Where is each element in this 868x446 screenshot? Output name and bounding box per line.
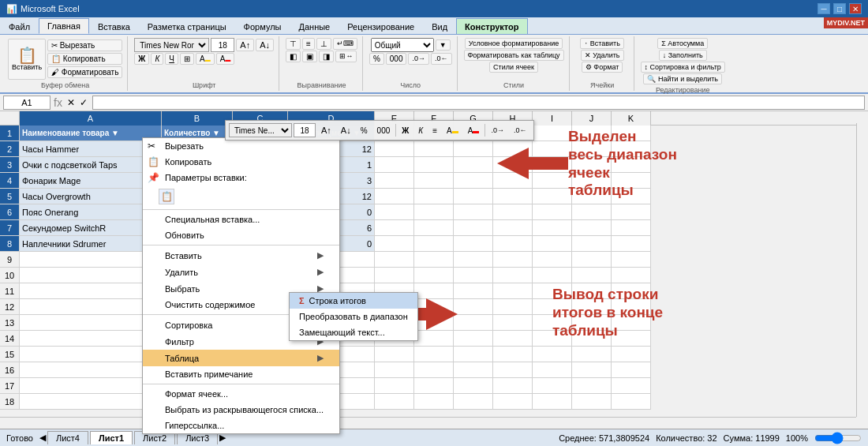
align-top-button[interactable]: ⊤ bbox=[286, 38, 301, 50]
tab-review[interactable]: Рецензирование bbox=[339, 18, 423, 34]
cell-g6[interactable] bbox=[454, 204, 493, 220]
cell-a5[interactable]: Часы Overgrowth bbox=[20, 189, 162, 204]
tab-list4[interactable]: Лист4 bbox=[47, 431, 88, 444]
cell-a3[interactable]: Очки с подсветкой Taps bbox=[20, 157, 162, 173]
sub-ctx-total-row[interactable]: Σ Строка итогов bbox=[290, 293, 417, 309]
cut-button[interactable]: ✂ Вырезать bbox=[47, 39, 122, 51]
percent-btn[interactable]: % bbox=[369, 53, 384, 65]
mini-thousand-btn[interactable]: 000 bbox=[373, 125, 395, 137]
cell-h4[interactable] bbox=[493, 173, 533, 189]
cell-k5[interactable] bbox=[612, 189, 651, 204]
dec-less-btn[interactable]: .0← bbox=[431, 53, 452, 65]
col-header-b[interactable]: B bbox=[162, 111, 233, 126]
col-header-j[interactable]: J bbox=[572, 111, 612, 126]
cell-i1[interactable] bbox=[533, 126, 572, 141]
tab-data[interactable]: Данные bbox=[290, 18, 339, 34]
cell-styles-btn[interactable]: Стили ячеек bbox=[489, 62, 538, 73]
cell-f6[interactable] bbox=[414, 204, 454, 220]
cell-f9[interactable] bbox=[414, 252, 454, 268]
cell-e5[interactable] bbox=[375, 189, 414, 204]
insert-cells-btn[interactable]: ⬝ Вставить bbox=[580, 38, 624, 49]
tab-view[interactable]: Вид bbox=[423, 18, 456, 34]
ctx-insert[interactable]: Вставить ▶ bbox=[143, 247, 339, 264]
tab-constructor[interactable]: Конструктор bbox=[456, 18, 527, 34]
cell-h6[interactable] bbox=[493, 204, 533, 220]
underline-button[interactable]: Ч bbox=[165, 53, 178, 65]
cell-i9[interactable] bbox=[533, 252, 572, 268]
cell-j5[interactable] bbox=[572, 189, 612, 204]
cell-h8[interactable] bbox=[493, 236, 533, 252]
format-cells-btn[interactable]: ⚙ Формат bbox=[582, 62, 623, 73]
align-center-button[interactable]: ▣ bbox=[302, 51, 317, 62]
cell-e9[interactable] bbox=[375, 252, 414, 268]
col-header-k[interactable]: K bbox=[612, 111, 651, 126]
ctx-insert-note[interactable]: Вставить примечание bbox=[143, 366, 339, 382]
cell-j7[interactable] bbox=[572, 220, 612, 236]
col-header-a[interactable]: A bbox=[20, 111, 162, 126]
cell-j9[interactable] bbox=[572, 252, 612, 268]
cell-g7[interactable] bbox=[454, 220, 493, 236]
cancel-formula-icon[interactable]: ✕ bbox=[65, 97, 77, 108]
number-format-btn[interactable]: ▼ bbox=[436, 39, 451, 51]
number-format-select[interactable]: Общий bbox=[371, 38, 434, 52]
mini-color-btn[interactable]: A bbox=[464, 125, 484, 137]
mini-align-btn[interactable]: ≡ bbox=[428, 125, 441, 137]
sub-ctx-alt-text[interactable]: Замещающий текст... bbox=[290, 324, 417, 340]
cell-k2[interactable] bbox=[612, 141, 651, 157]
cell-i6[interactable] bbox=[533, 204, 572, 220]
cell-g8[interactable] bbox=[454, 236, 493, 252]
ctx-pick-list[interactable]: Выбрать из раскрывающегося списка... bbox=[143, 402, 339, 418]
copy-button[interactable]: 📋 Копировать bbox=[47, 53, 122, 65]
cell-e7[interactable] bbox=[375, 220, 414, 236]
cell-i2[interactable] bbox=[533, 141, 572, 157]
ctx-delete[interactable]: Удалить ▶ bbox=[143, 264, 339, 280]
cell-g9[interactable] bbox=[454, 252, 493, 268]
bold-button[interactable]: Ж bbox=[134, 53, 149, 65]
cell-g4[interactable] bbox=[454, 173, 493, 189]
dec-more-btn[interactable]: .0→ bbox=[408, 53, 429, 65]
format-painter-button[interactable]: 🖌 Форматировать bbox=[47, 66, 122, 78]
mini-bold-btn[interactable]: Ж bbox=[398, 125, 413, 137]
mini-italic-btn[interactable]: К bbox=[414, 125, 427, 137]
cell-j6[interactable] bbox=[572, 204, 612, 220]
cell-h2[interactable] bbox=[493, 141, 533, 157]
cell-e4[interactable] bbox=[375, 173, 414, 189]
paste-option-1[interactable]: 📋 bbox=[159, 189, 174, 204]
ctx-copy[interactable]: 📋 Копировать bbox=[143, 154, 339, 170]
cell-h7[interactable] bbox=[493, 220, 533, 236]
fill-btn[interactable]: ↓ Заполнить bbox=[659, 50, 707, 61]
cell-k6[interactable] bbox=[612, 204, 651, 220]
v-scrollbar[interactable] bbox=[856, 123, 868, 417]
cell-a6[interactable]: Пояс Onerang bbox=[20, 204, 162, 220]
font-shrink-button[interactable]: A↓ bbox=[256, 39, 274, 51]
mini-percent-btn[interactable]: % bbox=[357, 125, 372, 137]
ctx-paste-params[interactable]: 📌 Параметры вставки: bbox=[143, 170, 339, 186]
mini-shrink-btn[interactable]: A↓ bbox=[337, 124, 355, 137]
mini-font-select[interactable]: Times Ne... bbox=[229, 123, 292, 137]
cell-h5[interactable] bbox=[493, 189, 533, 204]
ctx-special-paste[interactable]: Специальная вставка... bbox=[143, 212, 339, 227]
cell-j3[interactable] bbox=[572, 157, 612, 173]
find-select-btn[interactable]: 🔍 Найти и выделить bbox=[643, 73, 722, 84]
mini-dec-less-btn[interactable]: .0← bbox=[510, 125, 531, 136]
cell-f2[interactable] bbox=[414, 141, 454, 157]
cell-i3[interactable] bbox=[533, 157, 572, 173]
cell-a2[interactable]: Часы Hammer bbox=[20, 141, 162, 157]
close-button[interactable]: ✕ bbox=[849, 3, 862, 14]
font-grow-button[interactable]: A↑ bbox=[236, 39, 254, 51]
tab-home[interactable]: Главная bbox=[39, 18, 89, 34]
cell-a1[interactable]: Наименование товара ▼ bbox=[20, 126, 162, 141]
cell-h3[interactable] bbox=[493, 157, 533, 173]
ctx-table[interactable]: Таблица ▶ bbox=[143, 350, 339, 366]
mini-fill-btn[interactable]: A bbox=[443, 125, 462, 137]
cell-j4[interactable] bbox=[572, 173, 612, 189]
border-button[interactable]: ⊞ bbox=[180, 53, 194, 65]
font-size-input[interactable] bbox=[211, 38, 234, 52]
wrap-text-button[interactable]: ↵⌨ bbox=[333, 38, 357, 50]
name-box[interactable] bbox=[3, 96, 51, 110]
ctx-cut[interactable]: ✂ Вырезать bbox=[143, 138, 339, 154]
col-header-i[interactable]: I bbox=[533, 111, 572, 126]
fill-color-button[interactable]: A▬ bbox=[196, 53, 215, 65]
cell-i8[interactable] bbox=[533, 236, 572, 252]
ctx-paste-icon-row[interactable]: 📋 bbox=[143, 186, 339, 208]
